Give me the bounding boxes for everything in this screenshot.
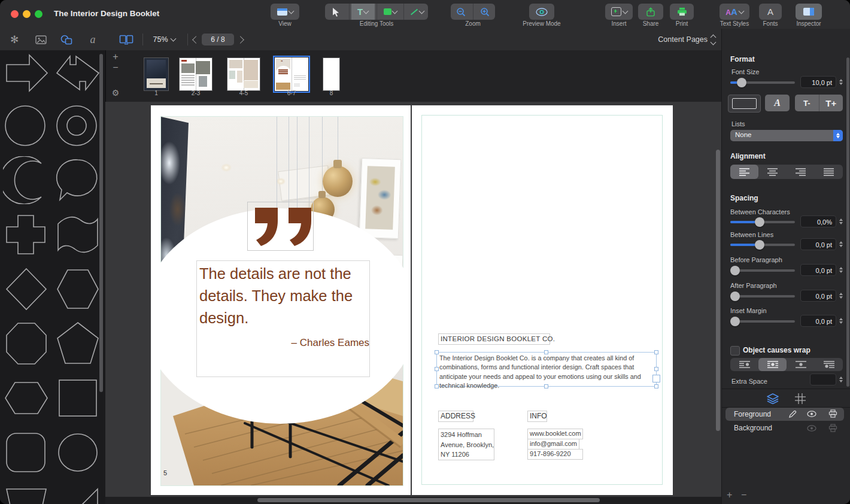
- thumbnail-pages-4-5[interactable]: [227, 57, 260, 91]
- after-paragraph-field[interactable]: 0,0 pt: [800, 290, 836, 302]
- edit-pencil-icon[interactable]: [788, 410, 797, 418]
- object-causes-wrap-checkbox[interactable]: [730, 346, 740, 356]
- add-layer-button[interactable]: +: [727, 490, 732, 500]
- shape-rounded-square[interactable]: [3, 429, 50, 476]
- text-styles-button[interactable]: AA: [720, 4, 749, 20]
- grid-tab[interactable]: [795, 393, 807, 404]
- between-lines-slider[interactable]: [730, 244, 795, 246]
- shape-hexagon-wide[interactable]: [3, 374, 50, 422]
- selection-handle[interactable]: [435, 350, 439, 354]
- pages-mode-dropdown[interactable]: Content Pages: [649, 29, 715, 50]
- images-tab[interactable]: [32, 29, 49, 50]
- before-paragraph-field[interactable]: 0,0 pt: [800, 264, 836, 276]
- minimize-window-button[interactable]: [23, 10, 31, 18]
- lists-dropdown[interactable]: None: [730, 130, 843, 141]
- page-indicator[interactable]: 6 / 8: [202, 34, 234, 45]
- wrap-top-bottom-button[interactable]: [787, 358, 815, 371]
- quote-marks-frame[interactable]: [247, 202, 314, 251]
- next-page-button[interactable]: [236, 29, 246, 50]
- shape-ring[interactable]: [54, 102, 101, 150]
- between-lines-field[interactable]: 0,0 pt: [800, 238, 836, 250]
- font-size-slider[interactable]: [730, 81, 795, 84]
- italic-button[interactable]: A: [765, 95, 790, 111]
- layer-row-foreground[interactable]: Foreground: [725, 408, 844, 421]
- horizontal-scrollbar-thumb[interactable]: [257, 498, 600, 502]
- email-text-frame[interactable]: info@gmail.com: [527, 439, 579, 450]
- add-page-button[interactable]: +: [111, 53, 120, 61]
- remove-page-button[interactable]: −: [111, 63, 120, 72]
- text-flow-handle[interactable]: [652, 375, 660, 382]
- shape-tool-button[interactable]: [378, 4, 402, 20]
- insert-button[interactable]: [605, 4, 633, 20]
- facing-pages-toggle[interactable]: [117, 29, 135, 50]
- shape-circle[interactable]: [3, 102, 50, 150]
- quote-text-frame[interactable]: The details are not the details. They ma…: [196, 260, 370, 377]
- shape-diamond[interactable]: [3, 265, 50, 313]
- shape-ellipse[interactable]: [54, 429, 101, 476]
- inset-margin-slider[interactable]: [730, 320, 795, 323]
- inspector-scrollbar[interactable]: [846, 57, 849, 387]
- extra-space-field[interactable]: [810, 374, 836, 385]
- between-characters-field[interactable]: 0,0%: [800, 215, 836, 227]
- before-paragraph-slider[interactable]: [730, 269, 795, 272]
- line-tool-button[interactable]: [406, 4, 428, 20]
- fonts-button[interactable]: A: [759, 4, 782, 20]
- remove-layer-button[interactable]: −: [741, 490, 746, 500]
- wrap-around-both-button[interactable]: [758, 358, 787, 371]
- shapes-panel-scrollbar[interactable]: [99, 54, 103, 392]
- close-window-button[interactable]: [11, 10, 19, 18]
- thumbnail-pages-2-3[interactable]: [179, 57, 212, 91]
- align-left-button[interactable]: [730, 165, 758, 179]
- font-size-stepper[interactable]: [837, 76, 844, 88]
- shape-wave-flag[interactable]: [54, 211, 101, 259]
- text-tool-button[interactable]: T: [351, 4, 375, 20]
- shape-arrow-right[interactable]: [3, 50, 50, 97]
- selection-handle[interactable]: [544, 384, 548, 388]
- preview-mode-button[interactable]: [529, 4, 554, 20]
- shape-square[interactable]: [54, 374, 101, 422]
- shape-trapezoid[interactable]: [3, 483, 50, 504]
- align-justify-button[interactable]: [815, 165, 843, 179]
- after-paragraph-stepper[interactable]: [837, 290, 844, 302]
- address-label-frame[interactable]: ADDRESS: [438, 411, 473, 422]
- thumbnail-page-8[interactable]: [323, 57, 340, 91]
- horizontal-scrollbar-track[interactable]: [105, 497, 721, 504]
- print-button[interactable]: [670, 4, 694, 20]
- visibility-eye-icon[interactable]: [807, 425, 816, 432]
- thumbnail-settings-gear-icon[interactable]: ⚙: [111, 89, 120, 97]
- printable-printer-icon[interactable]: [828, 409, 837, 418]
- shapes-tab[interactable]: [58, 29, 75, 50]
- increase-text-size-button[interactable]: T+: [819, 95, 843, 111]
- font-size-field[interactable]: 10,0 pt: [800, 76, 836, 88]
- share-button[interactable]: [638, 4, 663, 20]
- shape-crescent[interactable]: [3, 156, 50, 204]
- shape-pentagon[interactable]: [54, 320, 101, 368]
- shape-cross[interactable]: [3, 211, 50, 259]
- after-paragraph-slider[interactable]: [730, 295, 795, 297]
- inspector-button[interactable]: [796, 4, 822, 20]
- align-right-button[interactable]: [787, 165, 815, 179]
- selection-handle[interactable]: [435, 384, 439, 388]
- shape-octagon[interactable]: [3, 320, 50, 368]
- thumbnail-page-1[interactable]: [144, 57, 169, 91]
- select-tool-button[interactable]: [325, 4, 347, 20]
- address-text-frame[interactable]: 3294 Hoffman Avenue, Brooklyn, NY 11206: [438, 429, 494, 460]
- before-paragraph-stepper[interactable]: [837, 264, 844, 276]
- thumbnail-pages-6-7-selected[interactable]: ”: [275, 57, 308, 91]
- visibility-eye-icon[interactable]: [807, 411, 816, 417]
- between-lines-stepper[interactable]: [837, 238, 844, 250]
- selection-handle[interactable]: [544, 350, 548, 354]
- about-text-frame-selected[interactable]: The Interior Design Booklet Co. is a com…: [436, 352, 657, 387]
- inset-margin-stepper[interactable]: [837, 315, 844, 327]
- zoom-window-button[interactable]: [35, 10, 42, 18]
- right-page[interactable]: INTERIOR DESIGN BOOKLET CO. The Interior…: [412, 105, 673, 495]
- vertical-scrollbar-thumb[interactable]: [716, 150, 720, 431]
- selection-handle[interactable]: [654, 367, 658, 371]
- zoom-in-button[interactable]: [475, 4, 495, 20]
- zoom-level-dropdown[interactable]: 75%: [148, 29, 180, 50]
- between-characters-slider[interactable]: [730, 221, 795, 223]
- wrap-around-right-button[interactable]: [730, 358, 758, 371]
- shape-arrow-left-right[interactable]: [54, 50, 101, 97]
- inset-margin-field[interactable]: 0,0 pt: [800, 315, 836, 327]
- smart-shapes-tab[interactable]: ✻: [6, 29, 23, 50]
